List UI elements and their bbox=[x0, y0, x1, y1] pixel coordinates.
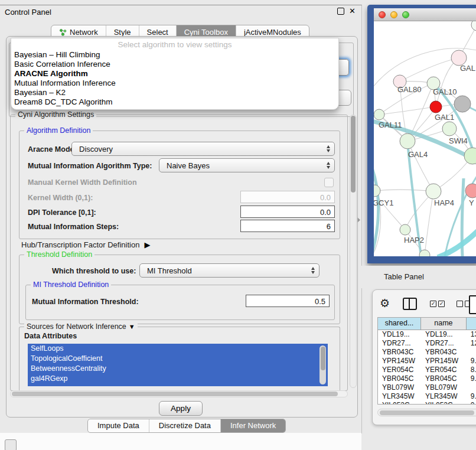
column-header-partial[interactable] bbox=[467, 318, 476, 330]
table-row[interactable]: YBL079WYBL079W bbox=[378, 383, 476, 392]
network-node[interactable] bbox=[454, 96, 471, 112]
dropdown-item[interactable]: Bayesian – K2 bbox=[11, 88, 338, 97]
checked-checkbox-icon bbox=[438, 301, 445, 307]
stepper-icon bbox=[327, 162, 330, 169]
kernel-width-input[interactable]: 0.0 bbox=[240, 191, 335, 203]
table-cell: YPR145W bbox=[378, 357, 421, 366]
network-node-hap4[interactable] bbox=[426, 184, 441, 199]
mi-steps-input[interactable]: 6 bbox=[240, 220, 335, 232]
table-horizontal-scrollbar[interactable] bbox=[377, 409, 476, 416]
table-toolbar: ⚙ bbox=[373, 290, 476, 317]
table-cell: YBR043C bbox=[421, 348, 467, 357]
data-attribute-item[interactable]: SelfLoops bbox=[28, 344, 328, 354]
panel-grip-button[interactable] bbox=[5, 439, 17, 450]
network-node-gal4[interactable] bbox=[400, 133, 415, 149]
manual-kernel-checkbox[interactable] bbox=[324, 178, 334, 187]
settings-vertical-scrollbar[interactable] bbox=[350, 115, 357, 388]
network-window-titlebar bbox=[374, 8, 476, 21]
dropdown-item[interactable]: Dream8 DC_TDC Algorithm bbox=[11, 97, 338, 107]
which-threshold-select[interactable]: MI Threshold bbox=[139, 263, 319, 278]
network-canvas[interactable]: GALGAL80GAL10GAL1GAL11SWI4GAL4GCY1HAP4YH… bbox=[374, 21, 476, 256]
dropdown-item[interactable]: Bayesian – Hill Climbing bbox=[11, 50, 338, 60]
hub-definition-expander[interactable]: Hub/Transcription Factor Definition ▶ bbox=[21, 240, 150, 249]
tab-discretize-data[interactable]: Discretize Data bbox=[149, 419, 220, 432]
node-label: GAL11 bbox=[379, 120, 402, 129]
zoom-window-icon[interactable] bbox=[402, 11, 409, 18]
algorithm-definition-group: Algorithm Definition Aracne Mode: Discov… bbox=[19, 131, 340, 239]
table-cell: YDL19... bbox=[378, 330, 421, 339]
dropdown-item[interactable]: Mutual Information Inference bbox=[11, 79, 338, 88]
node-label: SWI4 bbox=[449, 136, 468, 145]
scrollbar-thumb[interactable] bbox=[351, 116, 356, 193]
table-header-row: shared... name bbox=[378, 318, 476, 330]
table-cell: YLR345W bbox=[378, 392, 421, 401]
table-cell: YBL079W bbox=[421, 383, 467, 392]
dropdown-item[interactable]: Basic Correlation Inference bbox=[11, 60, 338, 69]
scrollbar-thumb[interactable] bbox=[380, 410, 474, 415]
table-cell: YIL052C bbox=[421, 401, 467, 405]
column-view-icon[interactable] bbox=[403, 298, 417, 310]
network-node-gal1[interactable] bbox=[442, 122, 457, 136]
combo-value: Discovery bbox=[79, 145, 113, 154]
bottom-strip bbox=[0, 433, 361, 450]
gear-icon[interactable]: ⚙ bbox=[380, 298, 390, 309]
network-node-gcy1[interactable] bbox=[374, 185, 380, 197]
table-row[interactable]: YIL052CYIL052C0. bbox=[378, 401, 476, 405]
close-panel-icon[interactable]: ✕ bbox=[349, 7, 356, 15]
dropdown-prompt: Select algorithm to view settings bbox=[11, 38, 338, 50]
select-all-checkboxes-icon[interactable] bbox=[430, 301, 445, 307]
network-node[interactable] bbox=[430, 101, 442, 113]
table-row[interactable]: YDL19...YDL19...13 bbox=[378, 330, 476, 339]
table-function-icon[interactable] bbox=[469, 295, 476, 314]
network-node-hap2[interactable] bbox=[400, 224, 410, 235]
data-attribute-item[interactable]: BetweennessCentrality bbox=[28, 364, 328, 374]
table-cell bbox=[467, 383, 476, 392]
column-header-name[interactable]: name bbox=[421, 318, 467, 330]
table-cell: YPR145W bbox=[421, 357, 467, 366]
dpi-tolerance-input[interactable]: 0.0 bbox=[240, 206, 335, 218]
apply-button[interactable]: Apply bbox=[159, 401, 203, 416]
cyni-algorithm-settings-group: Cyni Algorithm Settings Algorithm Defini… bbox=[10, 115, 348, 391]
stepper-icon bbox=[327, 145, 330, 152]
data-attribute-item[interactable]: TopologicalCoefficient bbox=[28, 354, 328, 364]
table-cell: 13 bbox=[467, 330, 476, 339]
minimize-window-icon[interactable] bbox=[390, 11, 397, 18]
data-attributes-list[interactable]: SelfLoopsTopologicalCoefficientBetweenne… bbox=[28, 344, 328, 386]
mi-type-label: Mutual Information Algorithm Type: bbox=[28, 162, 152, 170]
control-panel-window: Control Panel ✕ Network Style Select Cyn… bbox=[0, 5, 362, 433]
network-node[interactable] bbox=[471, 21, 476, 31]
scrollbar-thumb[interactable] bbox=[321, 347, 325, 370]
tab-infer-network[interactable]: Infer Network bbox=[220, 419, 285, 432]
network-node-gal11[interactable] bbox=[374, 109, 384, 120]
combo-value: Naive Bayes bbox=[167, 161, 210, 170]
data-attribute-item[interactable]: gal4RGexp bbox=[28, 374, 328, 384]
table-cell: 8. bbox=[467, 366, 476, 374]
table-row[interactable]: YPR145WYPR145W9. bbox=[378, 357, 476, 366]
network-node-y[interactable] bbox=[465, 184, 476, 198]
aracne-mode-select[interactable]: Discovery bbox=[71, 142, 335, 156]
list-scrollbar[interactable] bbox=[319, 345, 326, 384]
close-window-icon[interactable] bbox=[379, 11, 386, 18]
table-row[interactable]: YLR345WYLR345W9. bbox=[378, 392, 476, 401]
sources-group: Sources for Network Inference▼ Data Attr… bbox=[19, 327, 340, 390]
mi-threshold-input[interactable]: 0.5 bbox=[246, 295, 330, 307]
sources-collapser[interactable]: Sources for Network Inference▼ bbox=[24, 322, 138, 331]
column-header-shared-name[interactable]: shared... bbox=[378, 318, 421, 330]
float-panel-icon[interactable] bbox=[337, 8, 344, 15]
node-label: GAL80 bbox=[397, 85, 421, 94]
table-row[interactable]: YER054CYER054C8. bbox=[378, 366, 476, 374]
checked-checkbox-icon bbox=[430, 301, 436, 307]
table-cell: 9. bbox=[467, 374, 476, 383]
table-cell: 0. bbox=[467, 401, 476, 405]
group-title: Threshold Definition bbox=[24, 250, 94, 259]
table-row[interactable]: YBR043CYBR043C bbox=[378, 348, 476, 357]
table-row[interactable]: YBR045CYBR045C9. bbox=[378, 374, 476, 383]
network-node-swi4[interactable] bbox=[464, 148, 476, 164]
mi-type-select[interactable]: Naive Bayes bbox=[159, 158, 335, 172]
group-title: Algorithm Definition bbox=[24, 126, 93, 135]
settings-horizontal-scrollbar[interactable] bbox=[10, 390, 348, 397]
tab-impute-data[interactable]: Impute Data bbox=[88, 419, 149, 432]
scrollbar-thumb[interactable] bbox=[12, 392, 338, 396]
dropdown-item[interactable]: ARACNE Algorithm bbox=[11, 69, 338, 79]
table-row[interactable]: YDR27...YDR27...12 bbox=[378, 339, 476, 348]
